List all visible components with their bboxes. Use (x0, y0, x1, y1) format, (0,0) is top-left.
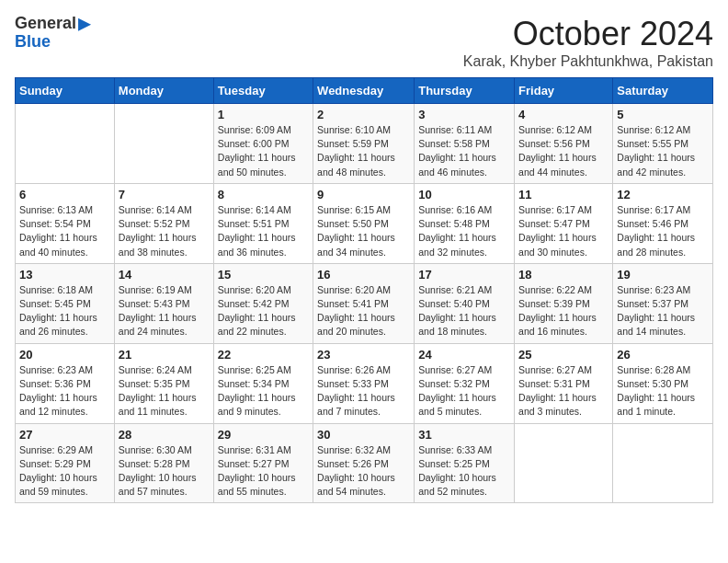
title-block: October 2024 Karak, Khyber Pakhtunkhwa, … (463, 15, 713, 70)
calendar-cell (16, 104, 115, 184)
day-info: Sunrise: 6:23 AMSunset: 5:36 PMDaylight:… (19, 363, 110, 419)
calendar-cell: 4Sunrise: 6:12 AMSunset: 5:56 PMDaylight… (515, 104, 613, 184)
calendar-week-row: 6Sunrise: 6:13 AMSunset: 5:54 PMDaylight… (16, 183, 713, 263)
calendar-cell: 12Sunrise: 6:17 AMSunset: 5:46 PMDayligh… (613, 183, 713, 263)
day-number: 14 (119, 268, 210, 282)
day-info: Sunrise: 6:11 AMSunset: 5:58 PMDaylight:… (418, 123, 510, 179)
day-number: 2 (317, 108, 410, 121)
calendar-cell (515, 423, 613, 503)
location: Karak, Khyber Pakhtunkhwa, Pakistan (463, 53, 713, 70)
weekday-header-friday: Friday (515, 78, 613, 104)
calendar-cell (114, 104, 213, 184)
day-number: 15 (218, 268, 309, 282)
day-number: 26 (617, 348, 709, 362)
day-info: Sunrise: 6:23 AMSunset: 5:37 PMDaylight:… (617, 283, 709, 339)
day-info: Sunrise: 6:10 AMSunset: 5:59 PMDaylight:… (317, 123, 410, 179)
day-number: 16 (317, 268, 410, 282)
day-number: 28 (119, 428, 210, 442)
day-number: 7 (119, 188, 210, 201)
calendar-cell: 26Sunrise: 6:28 AMSunset: 5:30 PMDayligh… (613, 343, 713, 423)
day-info: Sunrise: 6:26 AMSunset: 5:33 PMDaylight:… (317, 363, 410, 419)
day-info: Sunrise: 6:20 AMSunset: 5:41 PMDaylight:… (317, 283, 410, 339)
day-info: Sunrise: 6:33 AMSunset: 5:25 PMDaylight:… (418, 443, 510, 500)
calendar-cell: 13Sunrise: 6:18 AMSunset: 5:45 PMDayligh… (16, 263, 115, 343)
day-number: 19 (617, 268, 709, 282)
weekday-header-row: SundayMondayTuesdayWednesdayThursdayFrid… (16, 78, 713, 104)
month-title: October 2024 (463, 15, 713, 53)
calendar-cell: 8Sunrise: 6:14 AMSunset: 5:51 PMDaylight… (213, 183, 313, 263)
weekday-header-tuesday: Tuesday (213, 78, 313, 104)
page-header: General Blue October 2024 Karak, Khyber … (15, 15, 713, 70)
day-number: 20 (19, 348, 110, 362)
weekday-header-wednesday: Wednesday (313, 78, 415, 104)
calendar-cell: 6Sunrise: 6:13 AMSunset: 5:54 PMDaylight… (16, 183, 115, 263)
calendar-cell: 22Sunrise: 6:25 AMSunset: 5:34 PMDayligh… (213, 343, 313, 423)
day-info: Sunrise: 6:30 AMSunset: 5:28 PMDaylight:… (119, 443, 210, 500)
day-number: 8 (218, 188, 309, 201)
day-info: Sunrise: 6:17 AMSunset: 5:46 PMDaylight:… (617, 203, 709, 259)
calendar-cell: 21Sunrise: 6:24 AMSunset: 5:35 PMDayligh… (114, 343, 213, 423)
calendar-cell: 9Sunrise: 6:15 AMSunset: 5:50 PMDaylight… (313, 183, 415, 263)
day-number: 30 (317, 428, 410, 442)
day-number: 5 (617, 108, 709, 121)
logo-blue-text: Blue (15, 32, 51, 51)
weekday-header-saturday: Saturday (613, 78, 713, 104)
day-number: 18 (518, 268, 609, 282)
calendar-cell: 28Sunrise: 6:30 AMSunset: 5:28 PMDayligh… (114, 423, 213, 503)
calendar-cell: 5Sunrise: 6:12 AMSunset: 5:55 PMDaylight… (613, 104, 713, 184)
calendar-cell: 24Sunrise: 6:27 AMSunset: 5:32 PMDayligh… (415, 343, 515, 423)
calendar-cell: 15Sunrise: 6:20 AMSunset: 5:42 PMDayligh… (213, 263, 313, 343)
day-info: Sunrise: 6:22 AMSunset: 5:39 PMDaylight:… (518, 283, 609, 339)
calendar-week-row: 1Sunrise: 6:09 AMSunset: 6:00 PMDaylight… (16, 104, 713, 184)
day-number: 24 (418, 348, 510, 362)
calendar-cell: 16Sunrise: 6:20 AMSunset: 5:41 PMDayligh… (313, 263, 415, 343)
day-number: 13 (19, 268, 110, 282)
day-number: 12 (617, 188, 709, 201)
calendar-cell: 7Sunrise: 6:14 AMSunset: 5:52 PMDaylight… (114, 183, 213, 263)
day-info: Sunrise: 6:14 AMSunset: 5:52 PMDaylight:… (119, 203, 210, 259)
weekday-header-monday: Monday (114, 78, 213, 104)
weekday-header-sunday: Sunday (16, 78, 115, 104)
day-info: Sunrise: 6:15 AMSunset: 5:50 PMDaylight:… (317, 203, 410, 259)
calendar-cell: 1Sunrise: 6:09 AMSunset: 6:00 PMDaylight… (213, 104, 313, 184)
day-info: Sunrise: 6:27 AMSunset: 5:32 PMDaylight:… (418, 363, 510, 419)
calendar-cell: 18Sunrise: 6:22 AMSunset: 5:39 PMDayligh… (515, 263, 613, 343)
day-number: 6 (19, 188, 110, 201)
calendar-cell: 14Sunrise: 6:19 AMSunset: 5:43 PMDayligh… (114, 263, 213, 343)
day-info: Sunrise: 6:17 AMSunset: 5:47 PMDaylight:… (518, 203, 609, 259)
day-number: 11 (518, 188, 609, 201)
calendar-cell: 19Sunrise: 6:23 AMSunset: 5:37 PMDayligh… (613, 263, 713, 343)
day-number: 3 (418, 108, 510, 121)
day-info: Sunrise: 6:13 AMSunset: 5:54 PMDaylight:… (19, 203, 110, 259)
day-info: Sunrise: 6:21 AMSunset: 5:40 PMDaylight:… (418, 283, 510, 339)
day-number: 17 (418, 268, 510, 282)
logo-icon (78, 18, 91, 31)
day-info: Sunrise: 6:12 AMSunset: 5:56 PMDaylight:… (518, 123, 609, 179)
day-info: Sunrise: 6:29 AMSunset: 5:29 PMDaylight:… (19, 443, 110, 500)
calendar-cell: 23Sunrise: 6:26 AMSunset: 5:33 PMDayligh… (313, 343, 415, 423)
day-number: 29 (218, 428, 309, 442)
calendar-cell: 11Sunrise: 6:17 AMSunset: 5:47 PMDayligh… (515, 183, 613, 263)
day-info: Sunrise: 6:14 AMSunset: 5:51 PMDaylight:… (218, 203, 309, 259)
calendar-cell: 27Sunrise: 6:29 AMSunset: 5:29 PMDayligh… (16, 423, 115, 503)
calendar-cell: 2Sunrise: 6:10 AMSunset: 5:59 PMDaylight… (313, 104, 415, 184)
calendar-week-row: 27Sunrise: 6:29 AMSunset: 5:29 PMDayligh… (16, 423, 713, 503)
day-number: 31 (418, 428, 510, 442)
day-info: Sunrise: 6:25 AMSunset: 5:34 PMDaylight:… (218, 363, 309, 419)
calendar-cell: 30Sunrise: 6:32 AMSunset: 5:26 PMDayligh… (313, 423, 415, 503)
calendar-table: SundayMondayTuesdayWednesdayThursdayFrid… (15, 77, 713, 503)
day-info: Sunrise: 6:28 AMSunset: 5:30 PMDaylight:… (617, 363, 709, 419)
day-info: Sunrise: 6:18 AMSunset: 5:45 PMDaylight:… (19, 283, 110, 339)
day-number: 9 (317, 188, 410, 201)
calendar-cell: 10Sunrise: 6:16 AMSunset: 5:48 PMDayligh… (415, 183, 515, 263)
day-number: 27 (19, 428, 110, 442)
day-number: 25 (518, 348, 609, 362)
day-number: 21 (119, 348, 210, 362)
logo: General Blue (15, 15, 91, 52)
calendar-cell: 17Sunrise: 6:21 AMSunset: 5:40 PMDayligh… (415, 263, 515, 343)
calendar-week-row: 13Sunrise: 6:18 AMSunset: 5:45 PMDayligh… (16, 263, 713, 343)
day-info: Sunrise: 6:09 AMSunset: 6:00 PMDaylight:… (218, 123, 309, 179)
calendar-week-row: 20Sunrise: 6:23 AMSunset: 5:36 PMDayligh… (16, 343, 713, 423)
day-info: Sunrise: 6:16 AMSunset: 5:48 PMDaylight:… (418, 203, 510, 259)
day-info: Sunrise: 6:32 AMSunset: 5:26 PMDaylight:… (317, 443, 410, 500)
